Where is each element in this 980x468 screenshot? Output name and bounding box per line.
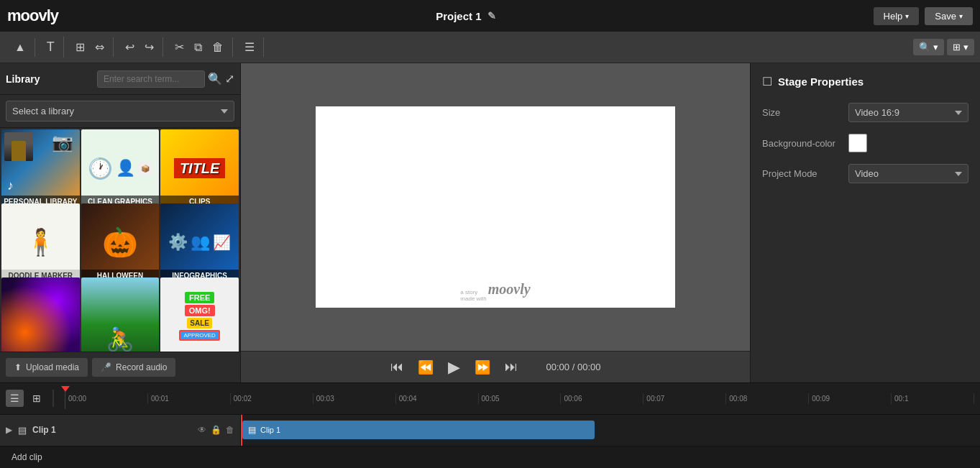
play-button[interactable]: ▶ bbox=[448, 358, 460, 377]
edit-project-title-icon[interactable]: ✎ bbox=[487, 10, 496, 22]
select-tool[interactable]: ▲ bbox=[10, 38, 30, 57]
upload-media-button[interactable]: ⬆ Upload media bbox=[6, 358, 88, 377]
lib-item-8[interactable]: 🚴 bbox=[81, 277, 160, 352]
undo-button[interactable]: ↩ bbox=[121, 37, 139, 57]
record-audio-button[interactable]: 🎤 Record audio bbox=[92, 358, 175, 377]
clip-block-label: Clip 1 bbox=[260, 426, 280, 434]
timeline-ruler-top: 00:00 00:01 00:02 00:03 00:04 00:05 00:0… bbox=[61, 383, 974, 414]
time-mark-4: 00:04 bbox=[396, 393, 479, 404]
lib-item-9[interactable]: FREE OMG! SALE APPROVED bbox=[160, 277, 239, 352]
library-select[interactable]: Select a library Personal Library Clean … bbox=[6, 101, 234, 121]
timeline-list-view-button[interactable]: ☰ bbox=[6, 390, 24, 407]
time-separator: / bbox=[572, 362, 577, 372]
skip-back-button[interactable]: ⏮ bbox=[390, 359, 403, 375]
copy-button[interactable]: ⧉ bbox=[190, 38, 206, 57]
clip-delete-button[interactable]: 🗑 bbox=[226, 425, 234, 435]
time-mark-0: 00:00 bbox=[65, 393, 148, 404]
fast-forward-button[interactable]: ⏩ bbox=[475, 359, 490, 375]
timeline-divider bbox=[52, 390, 54, 407]
mode-property-row: Project Mode Video GIF HTML5 bbox=[762, 164, 968, 183]
tool-edit-group: ✂ ⧉ 🗑 bbox=[166, 37, 233, 57]
tool-history-group: ↩ ↪ bbox=[116, 37, 163, 57]
skip-forward-button[interactable]: ⏭ bbox=[505, 359, 518, 375]
upload-icon: ⬆ bbox=[14, 362, 22, 372]
cut-button[interactable]: ✂ bbox=[170, 37, 188, 57]
clip-track-icons: 👁 🔒 🗑 bbox=[198, 425, 234, 435]
library-grid: 📷 ♪ PERSONAL LIBRARY 🕐 👤 📦 CLEAN GRAPHIC… bbox=[0, 128, 240, 352]
more-tool[interactable]: ☰ bbox=[240, 37, 259, 57]
align-tool[interactable]: ⊞ bbox=[71, 37, 89, 57]
library-title: Library bbox=[6, 73, 40, 85]
help-button[interactable]: Help ▾ bbox=[874, 7, 920, 25]
mode-select[interactable]: Video GIF HTML5 bbox=[848, 164, 968, 183]
size-select[interactable]: Video 16:9 Video 4:3 Square 1:1 bbox=[848, 103, 968, 122]
lib-item-clean[interactable]: 🕐 👤 📦 CLEAN GRAPHICS bbox=[81, 129, 160, 208]
clip-block[interactable]: ▤ Clip 1 bbox=[242, 421, 595, 439]
clip-expand-button[interactable]: ▶ bbox=[6, 425, 12, 435]
view-dropdown-arrow: ▾ bbox=[963, 42, 968, 52]
time-mark-1: 00:01 bbox=[148, 393, 231, 404]
bgcolor-label: Background-color bbox=[762, 138, 848, 149]
text-tool[interactable]: T bbox=[42, 37, 59, 58]
time-mark-2: 00:02 bbox=[231, 393, 313, 404]
clip-lock-button[interactable]: 🔒 bbox=[211, 425, 221, 435]
clip-block-icon: ▤ bbox=[248, 425, 256, 435]
save-button[interactable]: Save ▾ bbox=[925, 7, 973, 25]
toolbar-right: 🔍 ▾ ⊞ ▾ bbox=[913, 39, 974, 55]
time-mark-6: 00:06 bbox=[561, 393, 644, 404]
bgcolor-swatch[interactable] bbox=[848, 134, 867, 152]
bgcolor-property-row: Background-color bbox=[762, 134, 968, 152]
canvas: a storymade with moovly bbox=[316, 106, 675, 308]
library-select-row: Select a library Personal Library Clean … bbox=[0, 95, 240, 128]
project-title: Project 1 bbox=[436, 10, 481, 22]
lib-item-clips[interactable]: TITLE CLIPS bbox=[160, 129, 239, 208]
lib-item-7[interactable] bbox=[1, 277, 80, 352]
canvas-watermark: a storymade with moovly bbox=[460, 281, 530, 302]
rewind-button[interactable]: ⏪ bbox=[418, 359, 434, 375]
redo-button[interactable]: ↪ bbox=[140, 37, 158, 57]
top-bar: moovly Project 1 ✎ Help ▾ Save ▾ bbox=[0, 0, 980, 32]
time-mark-8: 00:08 bbox=[726, 393, 809, 404]
add-clip-button[interactable]: Add clip bbox=[6, 449, 48, 465]
left-panel: Library 🔍 ⤢ Select a library Personal Li… bbox=[0, 63, 241, 382]
panel-collapse-button[interactable]: ☐ bbox=[762, 75, 772, 88]
view-btn[interactable]: ⊞ ▾ bbox=[947, 39, 974, 55]
lib-item-personal[interactable]: 📷 ♪ PERSONAL LIBRARY bbox=[1, 129, 80, 208]
clip-timeline-track: ▤ Clip 1 bbox=[241, 415, 980, 446]
save-dropdown-arrow: ▾ bbox=[959, 12, 963, 20]
right-panel: ☐ Stage Properties Size Video 16:9 Video… bbox=[750, 63, 980, 382]
transport-time: 00:00 / 00:00 bbox=[546, 362, 601, 372]
search-submit-button[interactable]: 🔍 bbox=[208, 72, 222, 86]
playhead-line bbox=[241, 415, 242, 446]
mode-label: Project Mode bbox=[762, 168, 848, 179]
lib-item-infographics[interactable]: ⚙️ 👥 📈 INFOGRAPHICS bbox=[160, 203, 239, 282]
left-bottom-bar: ⬆ Upload media 🎤 Record audio bbox=[0, 352, 240, 382]
library-search-area: 🔍 ⤢ bbox=[97, 70, 234, 88]
lib-item-halloween[interactable]: 🎃 HALLOWEEN bbox=[81, 203, 160, 282]
grid-view-icon: ⊞ bbox=[953, 42, 961, 52]
clip-visibility-button[interactable]: 👁 bbox=[198, 425, 206, 435]
total-time: 00:00 bbox=[577, 362, 601, 372]
lib-item-doodle[interactable]: 🧍 DOODLE MARKER bbox=[1, 203, 80, 282]
clip-track-label: ▶ ▤ Clip 1 👁 🔒 🗑 bbox=[0, 415, 241, 446]
time-mark-7: 00:07 bbox=[644, 393, 726, 404]
top-bar-right: Help ▾ Save ▾ bbox=[874, 7, 973, 25]
watermark-a-story: a storymade with bbox=[460, 289, 486, 302]
timeline-controls: ☰ ⊞ 00:00 00:01 00:02 00:03 00:04 bbox=[0, 383, 980, 415]
time-mark-3: 00:03 bbox=[313, 393, 396, 404]
timeline-grid-view-button[interactable]: ⊞ bbox=[28, 390, 45, 407]
stage-area: a storymade with moovly bbox=[241, 63, 750, 351]
project-title-area: Project 1 ✎ bbox=[436, 10, 495, 22]
delete-button[interactable]: 🗑 bbox=[208, 38, 228, 57]
search-icon: 🔍 bbox=[919, 42, 930, 52]
search-dropdown-arrow: ▾ bbox=[933, 42, 938, 52]
search-input[interactable] bbox=[97, 70, 205, 88]
expand-panel-button[interactable]: ⤢ bbox=[225, 72, 234, 86]
search-btn[interactable]: 🔍 ▾ bbox=[913, 39, 944, 55]
bottom-area: ☰ ⊞ 00:00 00:01 00:02 00:03 00:04 bbox=[0, 382, 980, 446]
mic-icon: 🎤 bbox=[101, 362, 111, 372]
distribute-tool[interactable]: ⇔ bbox=[91, 37, 109, 57]
logo: moovly bbox=[7, 6, 58, 25]
time-mark-5: 00:05 bbox=[479, 393, 562, 404]
toolbar: ▲ T ⊞ ⇔ ↩ ↪ ✂ ⧉ 🗑 ☰ 🔍 ▾ ⊞ ▾ bbox=[0, 32, 980, 63]
